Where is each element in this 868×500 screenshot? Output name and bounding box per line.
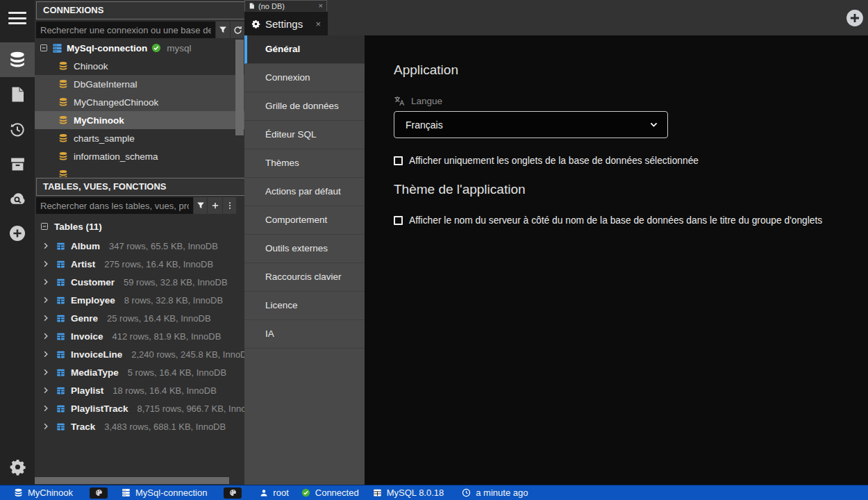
status-bar: MyChinook MySql-connection root Connecte… <box>0 485 868 500</box>
tab-group-nodb[interactable]: (no DB) × <box>244 0 327 11</box>
table-item[interactable]: Playlist18 rows, 16.4 KB, InnoDB <box>35 381 244 399</box>
table-item[interactable]: Invoice412 rows, 81.9 KB, InnoDB <box>35 327 244 345</box>
database-name: DbGateInternal <box>74 79 137 90</box>
database-item[interactable]: MyChinook <box>35 111 244 129</box>
connections-refresh-button[interactable] <box>231 22 244 38</box>
table-name: MediaType <box>71 367 119 378</box>
expand-chevron-icon[interactable] <box>42 332 50 340</box>
user-icon <box>260 489 268 497</box>
table-name: Playlist <box>71 385 103 396</box>
rail-add-connection-icon[interactable] <box>0 216 35 251</box>
database-color-picker[interactable] <box>90 488 108 499</box>
connection-item[interactable]: MySql-connection mysql <box>35 39 244 57</box>
rail-cloud-search-icon[interactable] <box>0 181 35 216</box>
table-item[interactable]: Artist275 rows, 16.4 KB, InnoDB <box>35 255 244 273</box>
collapse-icon[interactable] <box>40 44 48 52</box>
database-item[interactable]: DbGateInternal <box>35 75 244 93</box>
settings-menu-item[interactable]: Éditeur SQL <box>244 121 365 149</box>
rail-history-icon[interactable] <box>0 112 35 147</box>
statusbar-version: MySQL 8.0.18 <box>373 488 444 498</box>
settings-menu-item[interactable]: Général <box>244 35 365 64</box>
expand-chevron-icon[interactable] <box>42 260 50 268</box>
settings-menu-item[interactable]: Actions par défaut <box>244 178 365 206</box>
table-item[interactable]: Album347 rows, 65.5 KB, InnoDB <box>35 237 244 255</box>
table-name: Track <box>71 422 95 432</box>
table-item[interactable]: Customer59 rows, 32.8 KB, InnoDB <box>35 273 244 291</box>
database-item[interactable]: information_schema <box>35 147 244 165</box>
settings-menu-item[interactable]: Thèmes <box>244 149 365 178</box>
expand-chevron-icon[interactable] <box>42 350 50 358</box>
database-item[interactable]: charts_sample <box>35 129 244 147</box>
expand-chevron-icon[interactable] <box>42 314 50 322</box>
tables-panel-title[interactable]: TABLES, VUES, FONCTIONS <box>36 178 244 196</box>
tables-filter-button[interactable] <box>194 197 207 214</box>
table-item[interactable]: PlaylistTrack8,715 rows, 966.7 KB, InnoD… <box>35 399 244 417</box>
menu-icon[interactable] <box>8 12 26 24</box>
connections-tree: MySql-connection mysql ChinookDbGateInte… <box>35 39 244 177</box>
connections-filter-button[interactable] <box>216 22 230 38</box>
connections-scrollbar[interactable] <box>235 40 244 135</box>
new-tab-plus-button[interactable] <box>846 9 864 27</box>
table-icon <box>56 422 65 431</box>
checkbox-show-server-name[interactable] <box>394 216 403 225</box>
connection-name: MySql-connection <box>67 43 147 53</box>
collapse-icon[interactable] <box>40 222 49 231</box>
expand-chevron-icon[interactable] <box>42 296 50 304</box>
table-item[interactable]: Employee8 rows, 32.8 KB, InnoDB <box>35 291 244 309</box>
table-icon <box>56 386 65 395</box>
close-tab-icon[interactable]: × <box>315 19 321 28</box>
expand-chevron-icon[interactable] <box>42 242 50 250</box>
database-name: MyChangedChinook <box>74 97 158 108</box>
settings-content: Application Langue Français Afficher uni… <box>365 35 868 485</box>
server-icon <box>52 43 62 53</box>
tables-menu-kebab-button[interactable] <box>223 197 236 214</box>
table-info: 412 rows, 81.9 KB, InnoDB <box>112 331 222 342</box>
language-select[interactable]: Français <box>394 111 668 138</box>
connections-search-input[interactable] <box>36 22 215 38</box>
palette-icon <box>229 489 237 497</box>
tab-settings[interactable]: Settings × <box>244 12 328 35</box>
table-info: 8 rows, 32.8 KB, InnoDB <box>124 295 223 306</box>
close-group-icon[interactable]: × <box>319 2 323 10</box>
rail-file-icon[interactable] <box>0 77 35 112</box>
database-item[interactable]: MyChangedChinook <box>35 93 244 111</box>
settings-menu-item[interactable]: Connexion <box>244 64 365 92</box>
settings-menu-item[interactable]: Raccourcis clavier <box>244 263 365 292</box>
settings-menu-item[interactable]: Licence <box>244 292 365 320</box>
expand-chevron-icon[interactable] <box>42 368 50 376</box>
database-item-clipped[interactable] <box>35 165 244 177</box>
settings-menu-item[interactable]: Outils externes <box>244 235 365 263</box>
checkbox-only-selected-db-tabs[interactable] <box>394 156 403 165</box>
table-item[interactable]: Track3,483 rows, 688.1 KB, InnoDB <box>35 417 244 435</box>
rail-settings-gear-icon[interactable] <box>0 449 35 484</box>
table-item[interactable]: InvoiceLine2,240 rows, 245.8 KB, InnoDB <box>35 345 244 363</box>
tables-search-input[interactable] <box>36 197 193 214</box>
statusbar-connection[interactable]: MySql-connection <box>122 488 207 498</box>
expand-chevron-icon[interactable] <box>42 278 50 286</box>
table-item[interactable]: Genre25 rows, 16.4 KB, InnoDB <box>35 309 244 327</box>
tables-add-button[interactable] <box>208 197 222 214</box>
connection-color-picker[interactable] <box>224 488 242 499</box>
table-name: Customer <box>71 277 115 288</box>
settings-menu-item[interactable]: Comportement <box>244 206 365 235</box>
database-item[interactable]: Chinook <box>35 57 244 75</box>
table-name: Employee <box>71 295 115 306</box>
tables-horizontal-scrollbar[interactable] <box>35 477 229 484</box>
expand-chevron-icon[interactable] <box>42 422 50 431</box>
rail-database-icon[interactable] <box>0 42 35 77</box>
table-icon <box>56 404 65 413</box>
tables-group-header[interactable]: Tables (11) <box>35 216 244 237</box>
settings-menu-item[interactable]: Grille de données <box>244 92 365 121</box>
connections-panel-title[interactable]: CONNEXIONS <box>36 1 244 19</box>
settings-menu-item[interactable]: IA <box>244 320 365 349</box>
database-icon <box>58 97 68 107</box>
expand-chevron-icon[interactable] <box>42 386 50 394</box>
table-info: 25 rows, 16.4 KB, InnoDB <box>107 313 211 324</box>
expand-chevron-icon[interactable] <box>42 404 50 412</box>
rail-archive-icon[interactable] <box>0 147 35 181</box>
database-name: charts_sample <box>74 133 135 144</box>
table-item[interactable]: MediaType5 rows, 16.4 KB, InnoDB <box>35 363 244 381</box>
database-icon <box>14 488 23 497</box>
statusbar-database[interactable]: MyChinook <box>14 488 73 498</box>
connected-check-icon <box>301 488 310 497</box>
